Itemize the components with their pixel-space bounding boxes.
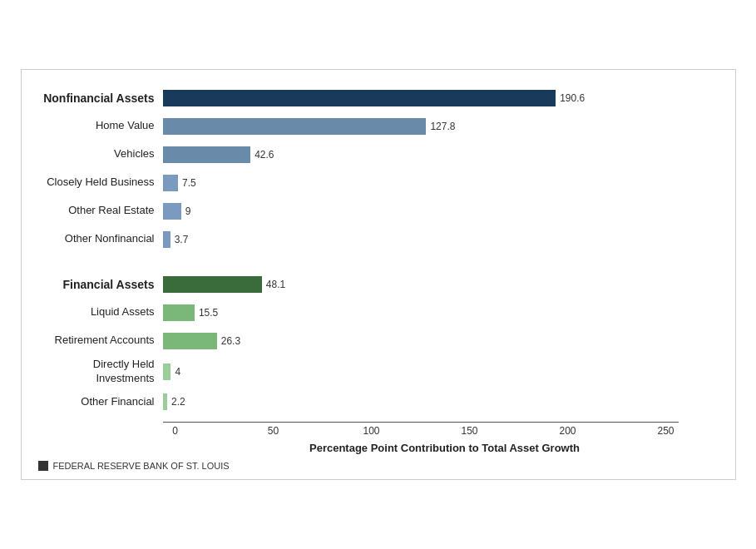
x-tick: 100 [359,425,384,437]
bar-row: Other Financial2.2 [30,390,727,413]
bar-track: 9 [163,203,727,220]
bar-label: Retirement Accounts [30,334,163,348]
bar-label: Directly HeldInvestments [30,358,163,386]
bar-value: 42.6 [254,149,274,161]
footer-icon [38,461,48,471]
footer-text: FEDERAL RESERVE BANK OF ST. LOUIS [53,461,230,471]
bar-row: Home Value127.8 [30,115,727,138]
bar-value: 2.2 [171,396,185,408]
bar-value: 15.5 [199,307,218,319]
bar-value: 7.5 [182,177,196,189]
bar-row: Financial Assets48.1 [30,273,727,296]
x-ticks: 050100150200250 [163,422,679,437]
bar [163,393,167,410]
chart-footer: FEDERAL RESERVE BANK OF ST. LOUIS [38,461,727,471]
bar-label: Financial Assets [30,277,163,292]
chart-container: Nonfinancial Assets190.6Home Value127.8V… [21,69,736,481]
bar-value: 26.3 [221,335,240,347]
x-tick: 200 [556,425,581,437]
bar-track: 42.6 [163,146,727,163]
bar-label: Other Real Estate [30,204,163,218]
bar-value: 190.6 [560,92,585,104]
bar-track: 3.7 [163,231,727,248]
bar-value: 9 [185,205,191,217]
bar-label: Vehicles [30,147,163,161]
bar-value: 3.7 [175,234,189,245]
bar-track: 127.8 [163,118,727,135]
bar-track: 2.2 [163,393,727,410]
bar [163,175,179,191]
bar [163,304,195,321]
bar-track: 26.3 [163,333,727,349]
bar [163,146,251,163]
bar-track: 190.6 [163,90,727,106]
spacer [30,256,727,273]
bar-label: Closely Held Business [30,176,163,190]
x-axis-line [163,422,679,423]
bar-row: Retirement Accounts26.3 [30,329,727,353]
bar-row: Vehicles42.6 [30,143,727,166]
bar-value: 127.8 [430,121,455,132]
bar-row: Liquid Assets15.5 [30,301,727,324]
bar-row: Other Real Estate9 [30,200,727,223]
bar-label: Nonfinancial Assets [30,91,163,106]
bar [163,231,170,248]
bar-value: 4 [175,366,180,378]
bar [163,276,262,293]
bar-row: Nonfinancial Assets190.6 [30,87,727,110]
bar [163,333,217,349]
bar-value: 48.1 [266,279,285,290]
bar [163,90,556,106]
x-axis-label: Percentage Point Contribution to Total A… [163,442,727,454]
chart-area: Nonfinancial Assets190.6Home Value127.8V… [30,87,727,419]
bar-track: 4 [163,364,727,380]
bar-track: 15.5 [163,304,727,321]
bar-row: Closely Held Business7.5 [30,171,727,195]
bar [163,203,181,220]
bar [163,364,171,380]
bar-row: Other Nonfinancial3.7 [30,228,727,251]
x-tick: 0 [163,425,188,437]
x-tick: 250 [654,425,679,437]
bar-label: Home Value [30,119,163,133]
bar-label: Other Nonfinancial [30,232,163,246]
bar-track: 7.5 [163,175,727,191]
x-axis-container: 050100150200250 [163,422,679,437]
x-tick: 50 [261,425,286,437]
bar-label: Other Financial [30,395,163,409]
bar-row: Directly HeldInvestments4 [30,358,727,386]
x-tick: 150 [457,425,482,437]
bar-track: 48.1 [163,276,727,293]
bar [163,118,427,135]
bar-label: Liquid Assets [30,305,163,319]
